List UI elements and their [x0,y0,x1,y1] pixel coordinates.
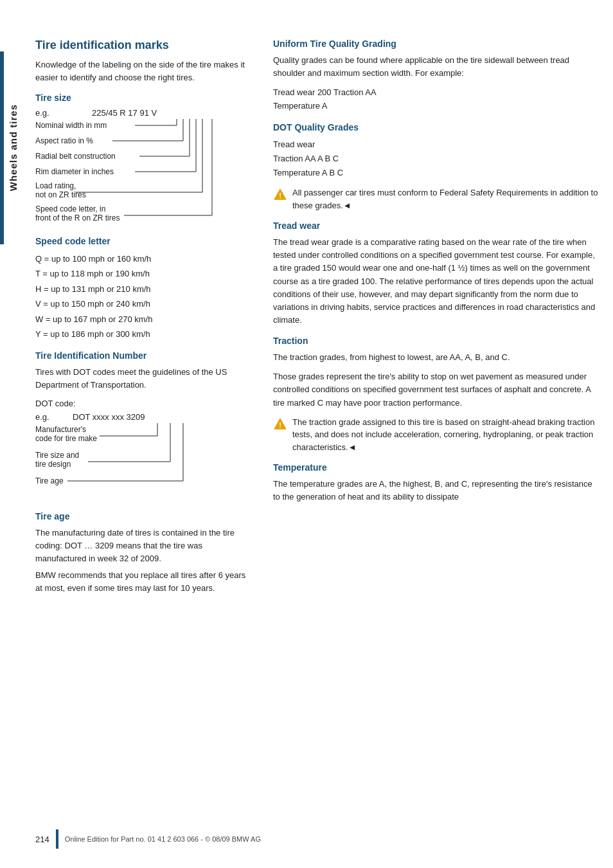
temperature-title: Temperature [273,462,600,473]
footer: 214 Online Edition for Part no. 01 41 2 … [0,829,613,849]
speed-code-w: W = up to 167 mph or 270 km/h [35,312,254,327]
temperature-text: The temperature grades are A, the highes… [273,478,600,503]
dot-diagram: e.g. DOT xxxx xxx 3209 Manufacturer's co… [35,412,254,502]
dot-labels-area: Manufacturer's code for tire make Tire s… [35,423,254,502]
svg-text:Speed code letter, in: Speed code letter, in [35,204,105,213]
tire-age-text2: BMW recommends that you replace all tire… [35,569,254,595]
speed-code-h: H = up to 131 mph or 210 km/h [35,282,254,296]
dot-quality-warning: ! All passenger car tires must conform t… [273,186,600,212]
svg-text:Radial belt construction: Radial belt construction [35,152,116,161]
speed-code-q: Q = up to 100 mph or 160 km/h [35,251,254,266]
traction-warning: ! The traction grade assigned to this ti… [273,416,600,454]
dot-quality-title: DOT Quality Grades [273,122,600,132]
warning-triangle-svg-1: ! [273,188,287,202]
traction-title: Traction [273,336,600,346]
svg-text:Aspect ratio in %: Aspect ratio in % [35,136,93,145]
footer-bar [56,829,58,849]
footer-text: Online Edition for Part no. 01 41 2 603 … [65,835,261,843]
tread-wear-label: Tread wear [273,138,600,152]
traction-text2: Those grades represent the tire's abilit… [273,370,600,409]
tire-code: 225/45 R 17 91 V [92,108,157,118]
tire-size-title: Tire size [35,93,254,103]
tire-id-title: Tire Identification Number [35,350,254,361]
tire-age-text1: The manufacturing date of tires is conta… [35,527,254,565]
svg-text:Load rating,: Load rating, [35,181,76,190]
speed-code-y: Y = up to 186 mph or 300 km/h [35,327,254,341]
svg-text:front of the R on ZR tires: front of the R on ZR tires [35,213,120,222]
dot-label: DOT code: [35,399,254,408]
page-number: 214 [35,835,49,844]
speed-codes-list: Q = up to 100 mph or 160 km/h T = up to … [35,251,254,341]
page-title: Tire identification marks [35,39,254,52]
dot-svg: Manufacturer's code for tire make Tire s… [35,423,235,500]
tire-size-diagram: e.g. 225/45 R 17 91 V Nominal width in m… [35,108,254,227]
tread-example: Tread wear 200 Traction AA [273,86,600,100]
tread-wear-text: The tread wear grade is a comparative ra… [273,236,600,327]
right-column: Uniform Tire Quality Grading Quality gra… [273,39,600,599]
temperature-grades: Temperature A B C [273,166,600,180]
svg-text:Tire age: Tire age [35,476,64,485]
svg-text:Manufacturer's: Manufacturer's [35,425,86,434]
svg-text:Rim diameter in inches: Rim diameter in inches [35,167,114,176]
tire-age-title: Tire age [35,511,254,521]
dot-code: DOT xxxx xxx 3209 [73,412,145,422]
tread-wear-title: Tread wear [273,221,600,231]
tire-id-text: Tires with DOT codes meet the guidelines… [35,366,254,392]
warning-icon-1: ! [273,188,287,202]
svg-text:!: ! [279,420,281,428]
traction-text1: The traction grades, from highest to low… [273,351,600,364]
uniform-quality-text: Quality grades can be found where applic… [273,54,600,80]
svg-text:code for tire make: code for tire make [35,434,97,443]
svg-text:Nominal width in mm: Nominal width in mm [35,121,107,130]
speed-code-t: T = up to 118 mph or 190 km/h [35,266,254,281]
dot-quality-warning-text: All passenger car tires must conform to … [292,186,600,212]
uniform-quality-title: Uniform Tire Quality Grading [273,39,600,49]
traction-grades: Traction AA A B C [273,152,600,166]
svg-text:not on ZR tires: not on ZR tires [35,190,86,199]
speed-code-title: Speed code letter [35,236,254,246]
eg-label-tire: e.g. [35,108,53,118]
dot-eg-label: e.g. [35,412,53,422]
warning-icon-2: ! [273,417,287,431]
svg-text:Tire size and: Tire size and [35,451,79,460]
tire-labels: Nominal width in mm Aspect ratio in % Ra… [35,119,247,227]
tire-size-svg: Nominal width in mm Aspect ratio in % Ra… [35,119,247,225]
svg-text:!: ! [279,192,281,199]
speed-code-v: V = up to 150 mph or 240 km/h [35,296,254,311]
intro-text: Knowledge of the labeling on the side of… [35,59,254,84]
warning-triangle-svg-2: ! [273,417,287,431]
left-column: Tire identification marks Knowledge of t… [35,39,254,599]
svg-text:tire design: tire design [35,460,71,469]
sidebar-label: Wheels and tires [8,104,19,191]
traction-warning-text: The traction grade assigned to this tire… [292,416,600,454]
temp-example: Temperature A [273,100,600,113]
sidebar: Wheels and tires [0,51,26,244]
